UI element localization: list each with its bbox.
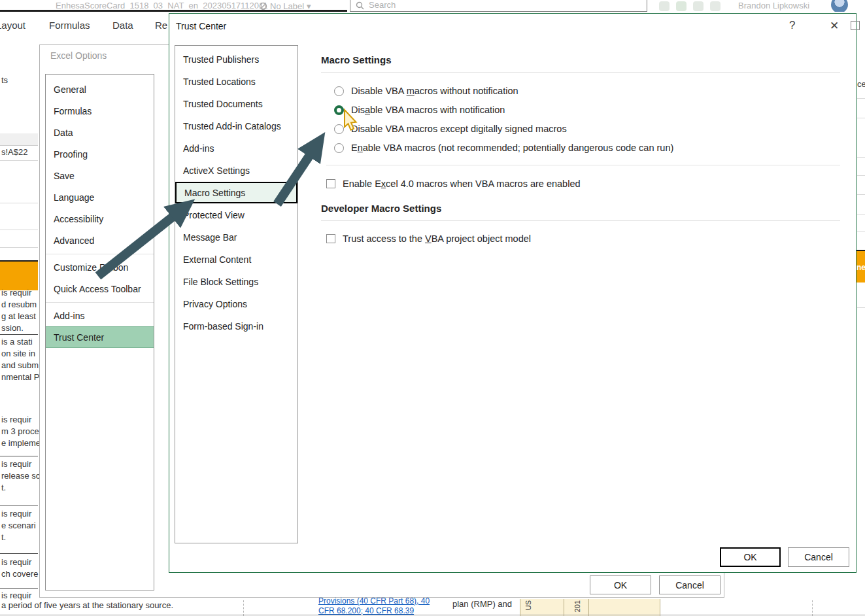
worksheet-text-block: is requir d resubm g at least ssion. [1,287,37,334]
eo-nav-advanced[interactable]: Advanced [46,230,154,251]
checkbox-label: Trust access to the VBA project object m… [343,233,531,244]
document-title: EnhesaScoreCard_1518_03_NAT_en_202305171… [56,1,268,10]
ws-bottom-text: plan (RMP) and [452,598,512,610]
radio-disable-without-notification[interactable]: Disable VBA macros without notification [334,82,518,100]
ws-line: nmental P [1,371,40,383]
tc-nav-file-block-settings[interactable]: File Block Settings [175,271,297,292]
titlebar-divider [0,10,347,12]
tc-nav-privacy-options[interactable]: Privacy Options [175,293,297,315]
ws-line: is requir [1,508,36,520]
gridline [857,118,865,118]
search-input[interactable]: Search [350,0,647,12]
radio-selected-icon[interactable] [334,105,344,115]
excel-options-ok-button[interactable]: OK [590,575,651,594]
ws-line: d resubm [1,299,37,311]
avatar[interactable] [831,0,848,12]
tc-nav-add-ins[interactable]: Add-ins [175,137,297,159]
eo-nav-add-ins[interactable]: Add-ins [46,305,154,326]
gridline [0,230,38,230]
orange-header-cell: ner [857,250,865,282]
trust-center-ok-button[interactable]: OK [720,547,781,567]
tc-nav-trusted-locations[interactable]: Trusted Locations [175,71,297,92]
radio-disable-with-notification[interactable]: Disable VBA macros with notification [334,101,505,119]
checkbox-icon[interactable] [326,234,335,243]
gridline [0,615,865,615]
trust-center-dialog: Trust Center ? ✕ Trusted Publishers Trus… [169,13,857,573]
vertical-header-cell [588,599,660,616]
eo-nav-general[interactable]: General [46,78,154,100]
tc-nav-trusted-publishers[interactable]: Trusted Publishers [175,48,297,70]
eo-nav-proofing[interactable]: Proofing [46,143,154,165]
search-placeholder: Search [369,0,396,10]
tc-nav-form-based-sign-in[interactable]: Form-based Sign-in [175,315,297,337]
tc-nav-trusted-documents[interactable]: Trusted Documents [175,93,297,114]
worksheet-text-block: is requir ch covere [1,556,38,580]
section-rule [321,220,840,221]
row-border [0,553,38,554]
tc-nav-protected-view[interactable]: Protected View [175,204,297,226]
checkbox-trust-vba-access[interactable]: Trust access to the VBA project object m… [326,230,531,248]
radio-enable-vba-macros[interactable]: Enable VBA macros (not recommended; pote… [334,139,673,157]
tab-formulas[interactable]: Formulas [49,20,90,31]
search-icon [356,1,364,10]
tab-review[interactable]: Re [155,20,167,31]
ws-line: ner [857,263,865,272]
faded-app-icon [676,1,687,11]
worksheet-fragment: ts [1,75,8,86]
worksheet-text-block: is requir e scenari t. [1,508,36,543]
tab-layout[interactable]: Layout [0,20,25,31]
formula-text-fragment: s!A$22 [1,146,27,158]
eo-nav-language[interactable]: Language [46,186,154,208]
ws-line: is requir [1,287,37,299]
ws-line: t. [1,532,36,543]
radio-label: Disable VBA macros without notification [351,86,518,96]
row-border [0,456,38,456]
radio-disable-except-signed[interactable]: Disable VBA macros except digitally sign… [334,120,567,138]
faded-app-icon [710,1,721,11]
ws-line: is requir [1,556,38,568]
gridline [0,160,38,161]
eo-nav-save[interactable]: Save [46,165,154,186]
ws-hyperlink[interactable]: Provisions (40 CFR Part 68), 40 CFR 68.2… [318,596,430,616]
eo-nav-data[interactable]: Data [46,122,154,143]
faded-app-icon [693,1,704,11]
eo-nav-quick-access-toolbar[interactable]: Quick Access Toolbar [46,278,154,299]
excel-options-title: Excel Options [50,50,107,61]
link-line[interactable]: Provisions (40 CFR Part 68), 40 [318,596,430,606]
tc-nav-macro-settings[interactable]: Macro Settings [175,182,297,203]
nav-divider [46,302,154,303]
checkbox-icon[interactable] [326,179,335,188]
tab-data[interactable]: Data [112,20,133,31]
title-bar: EnhesaScoreCard_1518_03_NAT_en_202305171… [0,0,865,12]
gridline [857,157,865,158]
trust-center-cancel-button[interactable]: Cancel [788,547,849,567]
close-icon[interactable]: ✕ [830,19,839,33]
eo-nav-accessibility[interactable]: Accessibility [46,208,154,230]
checkbox-enable-excel4-macros[interactable]: Enable Excel 4.0 macros when VBA macros … [326,175,581,193]
ws-line: on site in [1,348,40,360]
ws-line: release sc [1,470,40,482]
radio-icon[interactable] [334,143,344,153]
vertical-header-cell: US [520,599,564,616]
background-square-icon [851,21,860,30]
ws-line: is a stati [1,336,40,348]
radio-label: Disable VBA macros with notification [351,105,505,115]
ws-line: ssion. [1,322,37,334]
gridline [0,247,38,248]
ws-line: is requir [1,414,41,426]
eo-nav-formulas[interactable]: Formulas [46,100,154,122]
worksheet-text-block: is requir m 3 proce e impleme [1,414,41,449]
eo-nav-trust-center[interactable]: Trust Center [46,326,154,348]
vertical-header-cell: 201 [564,599,588,616]
radio-icon[interactable] [334,86,344,96]
tc-nav-trusted-addin-catalogs[interactable]: Trusted Add-in Catalogs [175,115,297,137]
tc-nav-external-content[interactable]: External Content [175,248,297,270]
vertical-cell-text: 201 [573,600,582,613]
tc-nav-activex-settings[interactable]: ActiveX Settings [175,160,297,181]
help-icon[interactable]: ? [789,19,795,32]
radio-icon[interactable] [334,124,344,134]
tc-nav-message-bar[interactable]: Message Bar [175,226,297,248]
ws-line: and subm [1,360,40,371]
excel-options-cancel-button[interactable]: Cancel [659,575,721,594]
eo-nav-customize-ribbon[interactable]: Customize Ribbon [46,256,154,278]
